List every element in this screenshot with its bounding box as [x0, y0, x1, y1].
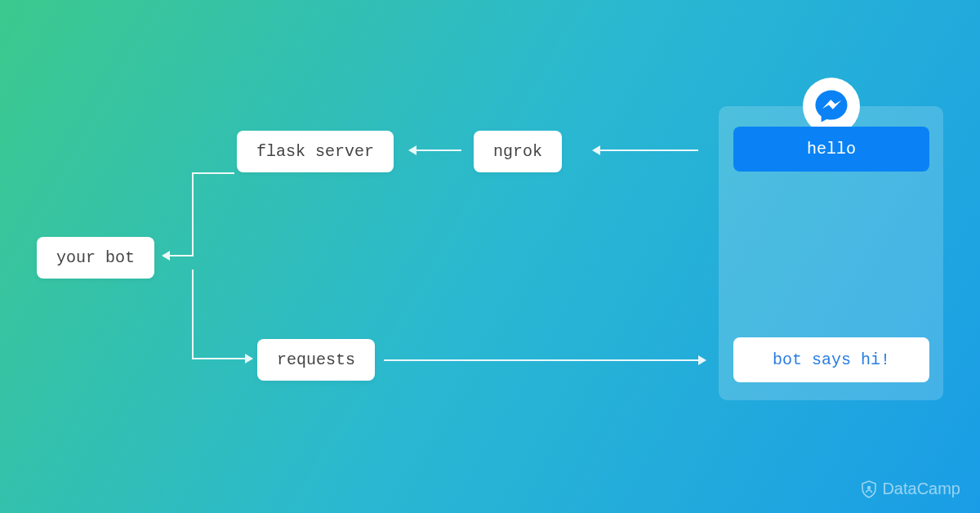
arrow-bot-to-requests-h — [192, 358, 245, 359]
arrow-bot-to-requests-v — [192, 270, 194, 359]
node-label: your bot — [56, 248, 135, 267]
arrow-ngrok-to-flask — [416, 149, 461, 151]
node-flask-server: flask server — [237, 131, 394, 172]
chat-incoming-bubble: hello — [733, 127, 929, 172]
arrow-chat-to-ngrok — [600, 149, 698, 151]
arrow-stub-hidden — [162, 268, 194, 270]
chat-outgoing-bubble: bot says hi! — [733, 337, 929, 382]
arrow-flask-to-bot-h — [170, 255, 194, 256]
node-label: requests — [277, 350, 355, 369]
arrow-head-icon — [408, 145, 416, 155]
arrow-head-icon — [245, 354, 253, 364]
svg-point-0 — [867, 485, 871, 488]
node-label: ngrok — [493, 142, 542, 161]
arrow-flask-to-bot-v — [192, 174, 194, 256]
arrow-head-icon — [592, 145, 600, 155]
arrow-requests-to-chat — [384, 359, 698, 361]
node-requests: requests — [257, 339, 375, 381]
node-label: flask server — [256, 142, 374, 161]
arrow-head-icon — [162, 251, 170, 261]
chat-incoming-text: hello — [807, 140, 856, 158]
chat-panel: hello bot says hi! — [719, 106, 943, 400]
arrow-head-icon — [698, 355, 706, 365]
brand-text: DataCamp — [882, 480, 960, 498]
brand-watermark: DataCamp — [861, 480, 960, 498]
node-ngrok: ngrok — [474, 131, 562, 172]
shield-icon — [861, 480, 877, 498]
arrow-flask-stub — [192, 172, 234, 174]
node-your-bot: your bot — [37, 237, 154, 279]
chat-outgoing-text: bot says hi! — [773, 350, 890, 369]
